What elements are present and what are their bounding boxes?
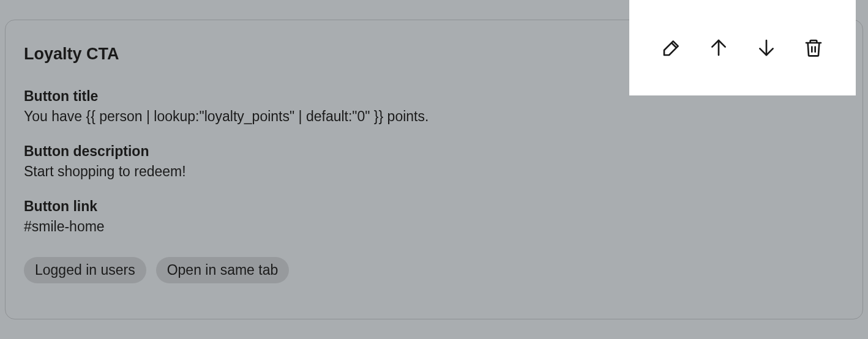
edit-button[interactable] xyxy=(657,33,686,62)
button-title-value: You have {{ person | lookup:"loyalty_poi… xyxy=(24,108,844,125)
button-description-label: Button description xyxy=(24,143,844,160)
action-toolbar xyxy=(629,0,856,95)
button-description-field: Button description Start shopping to red… xyxy=(24,143,844,180)
pencil-icon xyxy=(662,38,681,58)
tag-open-in-same-tab: Open in same tab xyxy=(156,257,290,283)
button-link-label: Button link xyxy=(24,198,844,215)
button-description-value: Start shopping to redeem! xyxy=(24,163,844,180)
arrow-down-icon xyxy=(757,38,776,58)
delete-button[interactable] xyxy=(799,33,828,62)
tags-container: Logged in users Open in same tab xyxy=(24,257,844,283)
arrow-up-icon xyxy=(709,38,728,58)
move-down-button[interactable] xyxy=(752,33,781,62)
button-link-value: #smile-home xyxy=(24,218,844,235)
move-up-button[interactable] xyxy=(704,33,733,62)
trash-icon xyxy=(804,38,823,58)
button-link-field: Button link #smile-home xyxy=(24,198,844,235)
tag-logged-in-users: Logged in users xyxy=(24,257,146,283)
